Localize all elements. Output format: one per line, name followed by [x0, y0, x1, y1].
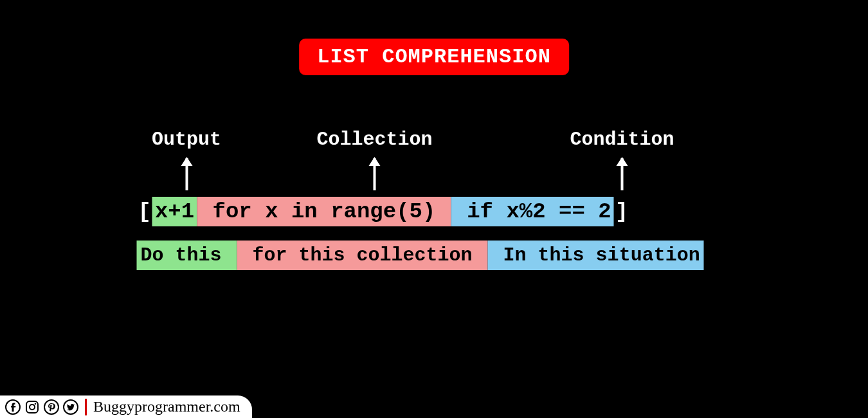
- labels-row: Output Collection Condition: [137, 129, 732, 150]
- explain-row: Do this for this collection In this situ…: [137, 241, 732, 270]
- brand-label: Buggyprogrammer.com: [93, 398, 240, 415]
- footer-bar: Buggyprogrammer.com: [0, 395, 252, 418]
- arrow-up-icon: [185, 158, 188, 190]
- arrow-up-icon: [621, 158, 624, 190]
- title-badge: LIST COMPREHENSION: [299, 39, 569, 75]
- svg-point-2: [30, 404, 35, 410]
- arrow-up-icon: [374, 158, 376, 190]
- diagram-container: Output Collection Condition [ x+1 for x …: [137, 129, 732, 270]
- instagram-icon: [24, 399, 40, 415]
- label-output: Output: [137, 129, 237, 150]
- code-output-segment: x+1: [152, 197, 197, 226]
- open-bracket: [: [137, 197, 152, 226]
- footer-divider: [85, 399, 87, 415]
- svg-rect-1: [26, 401, 38, 413]
- explain-collection: for this collection: [237, 241, 488, 270]
- explain-condition: In this situation: [488, 241, 704, 270]
- twitter-icon: [63, 399, 78, 415]
- label-collection: Collection: [237, 129, 513, 150]
- svg-point-4: [44, 400, 59, 414]
- pinterest-icon: [44, 399, 59, 415]
- code-condition-segment: if x%2 == 2: [451, 197, 614, 226]
- explain-output: Do this: [137, 241, 237, 270]
- code-row: [ x+1 for x in range(5) if x%2 == 2 ]: [137, 197, 732, 226]
- label-condition: Condition: [513, 129, 732, 150]
- code-collection-segment: for x in range(5): [197, 197, 451, 226]
- svg-point-3: [35, 403, 37, 404]
- close-bracket: ]: [614, 197, 629, 226]
- facebook-icon: [5, 399, 21, 415]
- arrows-row: [137, 158, 732, 190]
